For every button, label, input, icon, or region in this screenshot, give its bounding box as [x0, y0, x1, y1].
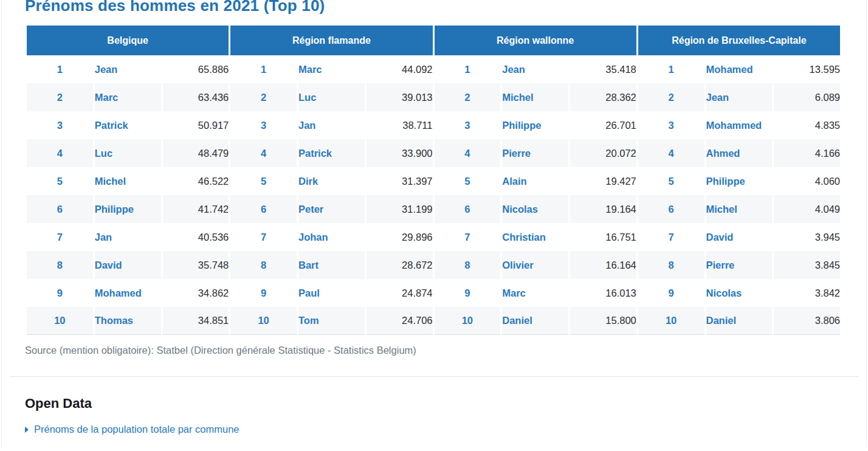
top10-table-head: BelgiqueRégion flamandeRégion wallonneRé…: [27, 26, 840, 55]
value-cell: 48.479: [163, 139, 229, 167]
rank-cell: 4: [230, 139, 297, 167]
table-row: 3Patrick50.9173Jan38.7113Philippe26.7013…: [27, 111, 840, 139]
rank-cell: 4: [27, 139, 93, 167]
name-cell[interactable]: Christian: [502, 223, 568, 251]
name-cell[interactable]: Peter: [298, 195, 365, 223]
value-cell: 38.711: [367, 111, 433, 139]
rank-cell: 7: [435, 223, 501, 251]
value-cell: 4.166: [774, 139, 840, 167]
name-cell[interactable]: Marc: [298, 55, 365, 83]
rank-cell: 5: [230, 167, 297, 195]
table-row: 7Jan40.5367Johan29.8967Christian16.7517D…: [27, 223, 840, 251]
table-row: 8David35.7488Bart28.6728Olivier16.1648Pi…: [27, 251, 840, 279]
name-cell[interactable]: Mohamed: [706, 55, 773, 83]
name-cell[interactable]: Luc: [298, 83, 365, 111]
name-cell[interactable]: Patrick: [298, 139, 365, 167]
top10-table-body: 1Jean65.8861Marc44.0921Jean35.4181Mohame…: [27, 55, 840, 335]
value-cell: 26.701: [570, 111, 636, 139]
value-cell: 40.536: [163, 223, 229, 251]
name-cell[interactable]: Nicolas: [706, 279, 773, 307]
rank-cell: 8: [27, 251, 93, 279]
value-cell: 50.917: [163, 111, 229, 139]
name-cell[interactable]: Marc: [95, 83, 161, 111]
name-cell[interactable]: Marc: [502, 279, 568, 307]
name-cell[interactable]: Michel: [502, 83, 568, 111]
name-cell[interactable]: Jean: [706, 83, 773, 111]
triangle-right-icon: [25, 427, 29, 433]
name-cell[interactable]: Mohammed: [706, 111, 773, 139]
name-cell[interactable]: Olivier: [502, 251, 568, 279]
rank-cell: 3: [435, 111, 501, 139]
name-cell[interactable]: Alain: [502, 167, 568, 195]
name-cell[interactable]: Daniel: [706, 307, 773, 335]
value-cell: 13.595: [774, 55, 840, 83]
rank-cell: 4: [638, 139, 704, 167]
opendata-link-prenoms-par-commune[interactable]: Prénoms de la population totale par comm…: [25, 424, 239, 435]
name-cell[interactable]: Johan: [298, 223, 365, 251]
value-cell: 3.945: [774, 223, 840, 251]
name-cell[interactable]: Pierre: [706, 251, 773, 279]
name-cell[interactable]: Jean: [502, 55, 568, 83]
name-cell[interactable]: Luc: [95, 139, 161, 167]
value-cell: 31.397: [367, 167, 433, 195]
name-cell[interactable]: Dirk: [298, 167, 365, 195]
value-cell: 46.522: [163, 167, 229, 195]
name-cell[interactable]: Tom: [298, 307, 365, 335]
name-cell[interactable]: Paul: [298, 279, 365, 307]
table-row: 9Mohamed34.8629Paul24.8749Marc16.0139Nic…: [27, 279, 840, 307]
name-cell[interactable]: Patrick: [95, 111, 161, 139]
name-cell[interactable]: Jan: [298, 111, 365, 139]
rank-cell: 8: [230, 251, 297, 279]
value-cell: 24.874: [367, 279, 433, 307]
name-cell[interactable]: Philippe: [706, 167, 773, 195]
name-cell[interactable]: Jean: [95, 55, 161, 83]
name-cell[interactable]: Michel: [95, 167, 161, 195]
rank-cell: 3: [230, 111, 297, 139]
source-note: Source (mention obligatoire): Statbel (D…: [25, 335, 842, 356]
value-cell: 19.427: [570, 167, 636, 195]
value-cell: 29.896: [367, 223, 433, 251]
name-cell[interactable]: Jan: [95, 223, 161, 251]
name-cell[interactable]: Pierre: [502, 139, 568, 167]
page-container: Prénoms des hommes en 2021 (Top 10) Belg…: [1, 0, 867, 447]
value-cell: 6.089: [774, 83, 840, 111]
section-divider: [10, 376, 858, 377]
column-group-header: Région wallonne: [435, 26, 636, 55]
rank-cell: 10: [638, 307, 704, 335]
value-cell: 4.835: [774, 111, 840, 139]
rank-cell: 1: [230, 55, 297, 83]
name-cell[interactable]: Philippe: [502, 111, 568, 139]
value-cell: 34.862: [163, 279, 229, 307]
rank-cell: 10: [435, 307, 501, 335]
name-cell[interactable]: Nicolas: [502, 195, 568, 223]
rank-cell: 1: [638, 55, 704, 83]
content-area: Prénoms des hommes en 2021 (Top 10) Belg…: [2, 0, 866, 356]
value-cell: 35.748: [163, 251, 229, 279]
column-group-header: Région flamande: [230, 26, 432, 55]
value-cell: 34.851: [163, 307, 229, 335]
name-cell[interactable]: Philippe: [95, 195, 161, 223]
name-cell[interactable]: Mohamed: [95, 279, 161, 307]
rank-cell: 1: [435, 55, 501, 83]
rank-cell: 7: [638, 223, 704, 251]
name-cell[interactable]: Bart: [298, 251, 365, 279]
name-cell[interactable]: Daniel: [502, 307, 568, 335]
opendata-heading: Open Data: [25, 396, 842, 411]
value-cell: 16.751: [570, 223, 636, 251]
name-cell[interactable]: Ahmed: [706, 139, 773, 167]
rank-cell: 4: [435, 139, 501, 167]
value-cell: 15.800: [570, 307, 636, 335]
name-cell[interactable]: Michel: [706, 195, 773, 223]
rank-cell: 2: [27, 83, 93, 111]
opendata-link-label: Prénoms de la population totale par comm…: [34, 424, 239, 435]
rank-cell: 1: [27, 55, 93, 83]
value-cell: 4.060: [774, 167, 840, 195]
rank-cell: 9: [230, 279, 297, 307]
name-cell[interactable]: David: [95, 251, 161, 279]
rank-cell: 9: [638, 279, 704, 307]
table-row: 2Marc63.4362Luc39.0132Michel28.3622Jean6…: [27, 83, 840, 111]
rank-cell: 3: [27, 111, 93, 139]
name-cell[interactable]: Thomas: [95, 307, 161, 335]
name-cell[interactable]: David: [706, 223, 773, 251]
value-cell: 20.072: [570, 139, 636, 167]
